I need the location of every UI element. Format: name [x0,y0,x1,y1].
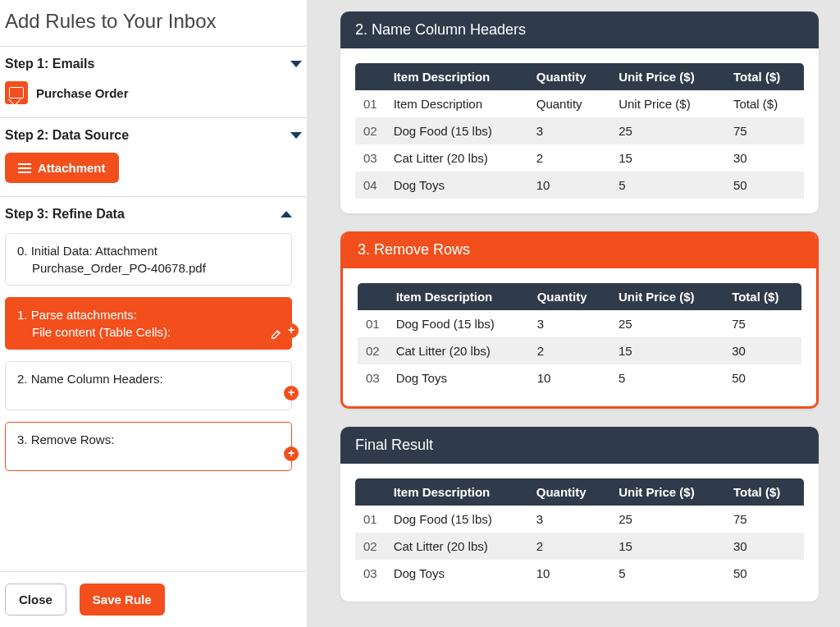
th: Item Description [388,283,529,310]
refine-item-initial-data[interactable]: 0. Initial Data: Attachment Purchase_Ord… [5,233,292,286]
page-title: Add Rules to Your Inbox [0,0,307,46]
step1-item[interactable]: Purchase Order [5,81,302,104]
table-row: 01Item DescriptionQuantityUnit Price ($)… [355,90,804,117]
table-cell: 02 [355,117,386,144]
refine-item-line1: 3. Remove Rows: [17,432,280,446]
refine-item-parse-attachments[interactable]: 1. Parse attachments: File content (Tabl… [5,297,292,350]
table-row: 03Cat Litter (20 lbs)21530 [355,144,804,172]
table-cell: 2 [528,144,610,172]
table-cell: 03 [355,144,386,172]
table-cell: 3 [528,117,610,144]
table-cell: 10 [528,560,610,587]
step2-section: Step 2: Data Source Attachment [0,117,307,196]
table-cell: Dog Toys [386,560,528,587]
step1-header[interactable]: Step 1: Emails [5,57,302,71]
table-name-column-headers: Item Description Quantity Unit Price ($)… [355,63,804,199]
table-cell: 01 [355,90,386,117]
th: Quantity [528,478,610,506]
table-cell: 30 [725,144,804,172]
table-cell: Dog Toys [386,172,528,199]
table-cell: 50 [725,172,804,199]
table-cell: Cat Litter (20 lbs) [386,533,528,560]
refine-item-remove-rows[interactable]: 3. Remove Rows: [5,422,292,471]
table-cell: 25 [610,117,725,144]
table-row: 03Dog Toys10550 [355,560,804,587]
step2-header[interactable]: Step 2: Data Source [5,128,302,143]
refine-item-line1: 2. Name Column Headers: [17,372,280,386]
mail-icon [5,81,28,104]
table-row: 02Cat Litter (20 lbs)21530 [355,533,804,560]
step1-title: Step 1: Emails [5,57,94,71]
table-cell: 50 [725,560,804,587]
th: Unit Price ($) [610,283,724,310]
th: Item Description [386,478,528,506]
main-content: 2. Name Column Headers Item Description … [308,0,840,627]
refine-item-line2: File content (Table Cells): [17,325,280,339]
table-cell: 2 [529,337,610,364]
list-icon [18,163,31,173]
close-button[interactable]: Close [5,584,66,616]
refine-item-line1: 1. Parse attachments: [17,308,280,322]
table-cell: 75 [725,117,804,144]
sidebar-footer: Close Save Rule [0,571,307,627]
th [355,478,386,506]
save-rule-button[interactable]: Save Rule [80,584,165,616]
table-cell: 75 [724,310,801,337]
table-cell: Dog Food (15 lbs) [386,506,528,533]
table-row: 03Dog Toys10550 [358,364,801,391]
step1-item-label: Purchase Order [36,86,129,100]
table-row: 01Dog Food (15 lbs)32575 [358,310,801,337]
attachment-button[interactable]: Attachment [5,153,119,183]
edit-icon[interactable] [270,327,283,341]
table-cell: Total ($) [725,90,804,117]
table-cell: 25 [610,506,725,533]
table-cell: 3 [529,310,610,337]
refine-item-name-columns[interactable]: 2. Name Column Headers: [5,361,292,410]
step2-title: Step 2: Data Source [5,128,129,143]
step1-section: Step 1: Emails Purchase Order [0,46,307,117]
table-cell: Quantity [528,90,610,117]
th: Total ($) [725,63,804,90]
th: Total ($) [725,478,804,506]
table-cell: Dog Toys [388,364,529,391]
chevron-up-icon [281,211,292,217]
table-cell: 15 [610,533,725,560]
th: Quantity [529,283,610,310]
attachment-button-label: Attachment [38,161,106,175]
table-cell: Item Description [386,90,528,117]
refine-list: 0. Initial Data: Attachment Purchase_Ord… [5,233,292,471]
chevron-down-icon [290,132,302,139]
table-cell: 15 [610,144,725,172]
chevron-down-icon [290,61,302,67]
table-cell: 2 [528,533,610,560]
card-name-column-headers: 2. Name Column Headers Item Description … [340,11,819,213]
table-cell: 02 [355,533,386,560]
table-cell: 10 [528,172,610,199]
step3-section: Step 3: Refine Data 0. Initial Data: Att… [0,196,307,484]
table-cell: Dog Food (15 lbs) [386,117,528,144]
refine-item-line2: Purchase_Order_PO-40678.pdf [17,261,280,275]
add-step-button[interactable]: + [284,446,299,461]
table-cell: Dog Food (15 lbs) [388,310,529,337]
add-step-button[interactable]: + [284,386,299,400]
refine-item-line1: 0. Initial Data: Attachment [17,244,280,258]
table-cell: Cat Litter (20 lbs) [388,337,529,364]
table-cell: 15 [610,337,724,364]
table-cell: 5 [610,364,724,391]
table-cell: 5 [610,172,725,199]
table-cell: 30 [724,337,801,364]
step3-header[interactable]: Step 3: Refine Data [5,207,292,222]
table-final-result: Item Description Quantity Unit Price ($)… [355,478,804,587]
table-cell: 01 [355,506,386,533]
table-remove-rows: Item Description Quantity Unit Price ($)… [358,283,801,391]
table-cell: 30 [725,533,804,560]
card-remove-rows: 3. Remove Rows Item Description Quantity… [340,231,819,409]
card-title: 2. Name Column Headers [340,11,819,48]
table-cell: Unit Price ($) [610,90,725,117]
add-step-button[interactable]: + [284,323,299,338]
table-cell: 3 [528,506,610,533]
table-row: 01Dog Food (15 lbs)32575 [355,506,804,533]
card-title: 3. Remove Rows [343,231,816,268]
table-row: 02Cat Litter (20 lbs)21530 [358,337,801,364]
th: Total ($) [724,283,801,310]
